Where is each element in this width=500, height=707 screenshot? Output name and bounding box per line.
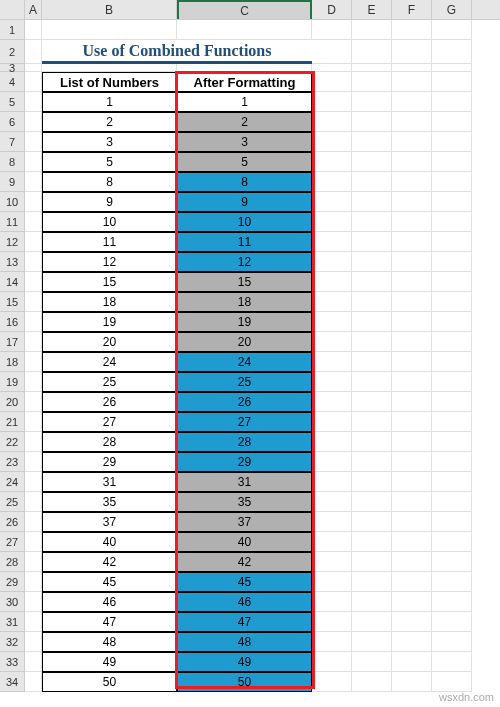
- cell-a2[interactable]: [25, 40, 42, 64]
- col-header-c[interactable]: C: [177, 0, 312, 19]
- cell-a29[interactable]: [25, 572, 42, 592]
- cell-c15[interactable]: 18: [177, 292, 312, 312]
- cell-b16[interactable]: 19: [42, 312, 177, 332]
- cell-e27[interactable]: [352, 532, 392, 552]
- cell-c31[interactable]: 47: [177, 612, 312, 632]
- cell-f10[interactable]: [392, 192, 432, 212]
- cell-g10[interactable]: [432, 192, 472, 212]
- cell-b34[interactable]: 50: [42, 672, 177, 692]
- cell-g20[interactable]: [432, 392, 472, 412]
- cell-e29[interactable]: [352, 572, 392, 592]
- cell-a31[interactable]: [25, 612, 42, 632]
- cell-c18[interactable]: 24: [177, 352, 312, 372]
- cell-c33[interactable]: 49: [177, 652, 312, 672]
- cell-d2[interactable]: [312, 40, 352, 64]
- cell-e22[interactable]: [352, 432, 392, 452]
- cell-f19[interactable]: [392, 372, 432, 392]
- cell-f25[interactable]: [392, 492, 432, 512]
- cell-e10[interactable]: [352, 192, 392, 212]
- cell-e4[interactable]: [352, 72, 392, 92]
- cell-c8[interactable]: 5: [177, 152, 312, 172]
- cell-a25[interactable]: [25, 492, 42, 512]
- cell-f13[interactable]: [392, 252, 432, 272]
- cell-d13[interactable]: [312, 252, 352, 272]
- cell-e15[interactable]: [352, 292, 392, 312]
- cell-b29[interactable]: 45: [42, 572, 177, 592]
- cell-a23[interactable]: [25, 452, 42, 472]
- cell-b20[interactable]: 26: [42, 392, 177, 412]
- cell-b21[interactable]: 27: [42, 412, 177, 432]
- cell-g29[interactable]: [432, 572, 472, 592]
- cell-a5[interactable]: [25, 92, 42, 112]
- col-header-d[interactable]: D: [312, 0, 352, 19]
- cell-g33[interactable]: [432, 652, 472, 672]
- cell-c26[interactable]: 37: [177, 512, 312, 532]
- cell-g26[interactable]: [432, 512, 472, 532]
- row-header-19[interactable]: 19: [0, 372, 25, 392]
- cell-b23[interactable]: 29: [42, 452, 177, 472]
- cell-a20[interactable]: [25, 392, 42, 412]
- cell-d23[interactable]: [312, 452, 352, 472]
- cell-c30[interactable]: 46: [177, 592, 312, 612]
- cell-d5[interactable]: [312, 92, 352, 112]
- cell-a34[interactable]: [25, 672, 42, 692]
- cell-a16[interactable]: [25, 312, 42, 332]
- cell-d25[interactable]: [312, 492, 352, 512]
- cell-c13[interactable]: 12: [177, 252, 312, 272]
- cell-e21[interactable]: [352, 412, 392, 432]
- row-header-5[interactable]: 5: [0, 92, 25, 112]
- cell-a7[interactable]: [25, 132, 42, 152]
- cell-g19[interactable]: [432, 372, 472, 392]
- cell-d7[interactable]: [312, 132, 352, 152]
- row-header-27[interactable]: 27: [0, 532, 25, 552]
- cell-d34[interactable]: [312, 672, 352, 692]
- cell-b26[interactable]: 37: [42, 512, 177, 532]
- cell-c24[interactable]: 31: [177, 472, 312, 492]
- cell-c23[interactable]: 29: [177, 452, 312, 472]
- cell-e24[interactable]: [352, 472, 392, 492]
- cell-g24[interactable]: [432, 472, 472, 492]
- row-header-18[interactable]: 18: [0, 352, 25, 372]
- cell-c9[interactable]: 8: [177, 172, 312, 192]
- cell-f33[interactable]: [392, 652, 432, 672]
- cell-b3[interactable]: [42, 64, 177, 72]
- cell-d6[interactable]: [312, 112, 352, 132]
- cell-g23[interactable]: [432, 452, 472, 472]
- cell-d4[interactable]: [312, 72, 352, 92]
- cell-d11[interactable]: [312, 212, 352, 232]
- cell-e31[interactable]: [352, 612, 392, 632]
- cell-b28[interactable]: 42: [42, 552, 177, 572]
- cell-f6[interactable]: [392, 112, 432, 132]
- cell-c25[interactable]: 35: [177, 492, 312, 512]
- cell-d19[interactable]: [312, 372, 352, 392]
- row-header-28[interactable]: 28: [0, 552, 25, 572]
- cell-e33[interactable]: [352, 652, 392, 672]
- cell-g7[interactable]: [432, 132, 472, 152]
- cell-f31[interactable]: [392, 612, 432, 632]
- row-header-16[interactable]: 16: [0, 312, 25, 332]
- cell-d14[interactable]: [312, 272, 352, 292]
- cell-b12[interactable]: 11: [42, 232, 177, 252]
- cell-a3[interactable]: [25, 64, 42, 72]
- row-header-6[interactable]: 6: [0, 112, 25, 132]
- row-header-13[interactable]: 13: [0, 252, 25, 272]
- row-header-31[interactable]: 31: [0, 612, 25, 632]
- cell-c5[interactable]: 1: [177, 92, 312, 112]
- cell-b18[interactable]: 24: [42, 352, 177, 372]
- cell-b7[interactable]: 3: [42, 132, 177, 152]
- cell-e25[interactable]: [352, 492, 392, 512]
- cell-c21[interactable]: 27: [177, 412, 312, 432]
- cell-c3[interactable]: [177, 64, 312, 72]
- cell-e14[interactable]: [352, 272, 392, 292]
- cell-c16[interactable]: 19: [177, 312, 312, 332]
- row-header-10[interactable]: 10: [0, 192, 25, 212]
- cell-a28[interactable]: [25, 552, 42, 572]
- cell-g8[interactable]: [432, 152, 472, 172]
- cell-a11[interactable]: [25, 212, 42, 232]
- cell-a24[interactable]: [25, 472, 42, 492]
- cell-b31[interactable]: 47: [42, 612, 177, 632]
- cell-e19[interactable]: [352, 372, 392, 392]
- cell-e9[interactable]: [352, 172, 392, 192]
- cell-c6[interactable]: 2: [177, 112, 312, 132]
- cell-e12[interactable]: [352, 232, 392, 252]
